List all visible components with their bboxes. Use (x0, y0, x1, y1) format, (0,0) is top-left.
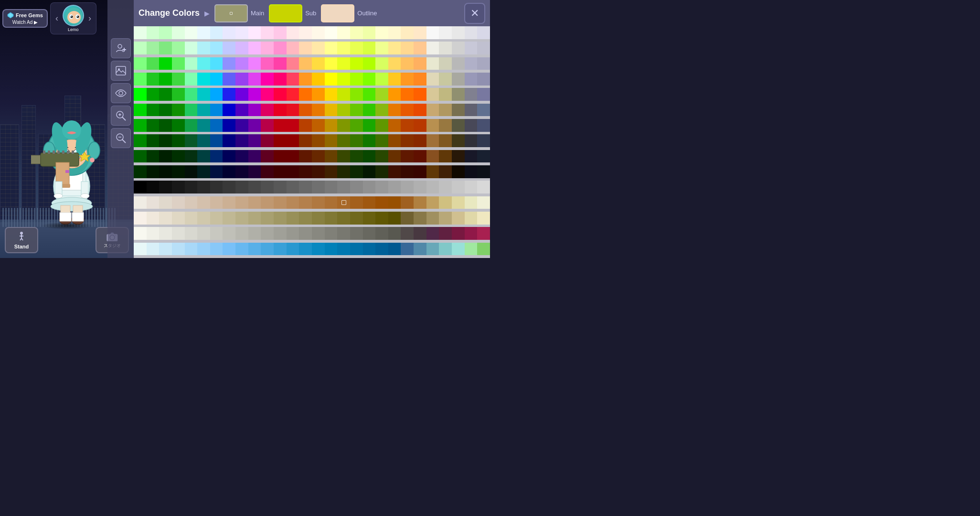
color-cell[interactable] (235, 26, 248, 39)
color-cell[interactable] (426, 26, 439, 39)
color-cell[interactable] (465, 134, 478, 147)
color-cell[interactable] (197, 119, 210, 132)
color-cell[interactable] (312, 119, 325, 132)
color-cell[interactable] (337, 42, 350, 54)
color-cell[interactable] (287, 73, 299, 86)
color-cell[interactable] (172, 88, 185, 101)
color-cell[interactable] (299, 26, 312, 39)
color-cell[interactable] (185, 212, 198, 225)
color-cell[interactable] (375, 88, 388, 101)
color-cell[interactable] (147, 134, 160, 147)
color-cell[interactable] (465, 42, 478, 54)
color-cell[interactable] (172, 104, 185, 117)
color-cell[interactable] (185, 227, 198, 240)
color-cell[interactable] (274, 57, 287, 70)
color-cell[interactable] (325, 196, 338, 209)
color-cell[interactable] (159, 104, 172, 117)
color-cell[interactable] (363, 57, 376, 70)
color-cell[interactable] (452, 26, 465, 39)
color-cell[interactable] (337, 134, 350, 147)
color-cell[interactable] (350, 88, 363, 101)
color-cell[interactable] (197, 88, 210, 101)
color-cell[interactable] (261, 57, 274, 70)
color-cell[interactable] (312, 134, 325, 147)
color-cell[interactable] (223, 119, 235, 132)
color-cell[interactable] (401, 119, 414, 132)
color-cell[interactable] (401, 104, 414, 117)
color-cell[interactable] (134, 150, 147, 163)
color-cell[interactable] (401, 196, 414, 209)
color-cell[interactable] (147, 119, 160, 132)
color-cell[interactable] (299, 181, 312, 194)
color-cell[interactable] (363, 150, 376, 163)
color-cell[interactable] (185, 57, 198, 70)
color-cell[interactable] (261, 73, 274, 86)
color-cell[interactable] (350, 26, 363, 39)
color-cell[interactable] (261, 134, 274, 147)
color-cell[interactable] (235, 134, 248, 147)
zoom-out-button[interactable] (111, 128, 131, 148)
color-cell[interactable] (261, 181, 274, 194)
color-cell[interactable] (185, 88, 198, 101)
color-cell[interactable] (248, 57, 261, 70)
color-cell[interactable] (363, 104, 376, 117)
color-cell[interactable] (172, 212, 185, 225)
color-cell[interactable] (274, 212, 287, 225)
color-cell[interactable] (172, 181, 185, 194)
color-cell[interactable] (312, 181, 325, 194)
color-cell[interactable] (426, 181, 439, 194)
color-cell[interactable] (363, 181, 376, 194)
color-cell[interactable] (312, 26, 325, 39)
color-cell[interactable] (185, 196, 198, 209)
color-cell[interactable] (134, 104, 147, 117)
color-cell[interactable] (337, 104, 350, 117)
color-cell[interactable] (159, 134, 172, 147)
color-cell[interactable] (414, 181, 426, 194)
color-cell[interactable] (337, 165, 350, 178)
color-cell[interactable] (223, 57, 235, 70)
color-cell[interactable] (337, 212, 350, 225)
color-cell[interactable] (185, 181, 198, 194)
color-cell[interactable] (134, 73, 147, 86)
color-cell[interactable] (185, 243, 198, 256)
color-cell[interactable] (172, 26, 185, 39)
zoom-in-button[interactable] (111, 106, 131, 126)
color-cell[interactable] (197, 57, 210, 70)
color-cell[interactable] (414, 134, 426, 147)
color-cell[interactable] (299, 165, 312, 178)
color-cell[interactable] (287, 212, 299, 225)
color-cell[interactable] (325, 26, 338, 39)
color-cell[interactable] (452, 150, 465, 163)
color-cell[interactable] (248, 150, 261, 163)
color-cell[interactable] (414, 165, 426, 178)
color-cell[interactable] (426, 243, 439, 256)
color-cell[interactable] (401, 57, 414, 70)
color-cell[interactable] (223, 104, 235, 117)
color-cell[interactable] (375, 196, 388, 209)
color-cell[interactable] (248, 119, 261, 132)
color-cell[interactable] (147, 212, 160, 225)
color-cell[interactable] (197, 42, 210, 54)
color-cell[interactable] (465, 57, 478, 70)
color-cell[interactable] (210, 150, 223, 163)
color-cell[interactable] (248, 243, 261, 256)
color-cell[interactable] (223, 181, 235, 194)
color-cell[interactable] (223, 165, 235, 178)
color-cell[interactable] (401, 73, 414, 86)
color-cell[interactable] (465, 150, 478, 163)
color-cell[interactable] (287, 42, 299, 54)
color-cell[interactable] (159, 73, 172, 86)
color-cell[interactable] (134, 212, 147, 225)
color-cell[interactable] (439, 243, 452, 256)
color-cell[interactable] (439, 150, 452, 163)
color-cell[interactable] (439, 119, 452, 132)
color-cell[interactable] (197, 73, 210, 86)
color-cell[interactable] (363, 243, 376, 256)
color-cell[interactable] (337, 119, 350, 132)
color-cell[interactable] (414, 73, 426, 86)
color-cell[interactable] (337, 73, 350, 86)
color-cell[interactable] (147, 26, 160, 39)
color-cell[interactable] (439, 196, 452, 209)
color-cell[interactable] (439, 42, 452, 54)
color-cell[interactable] (261, 119, 274, 132)
